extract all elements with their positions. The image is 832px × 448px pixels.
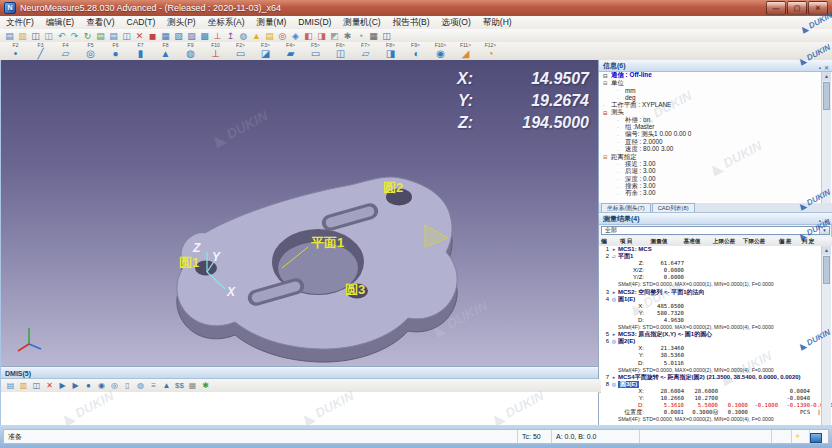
- result-row[interactable]: 3 ▸ MCS2: 空间整列 <- 平面1的法向: [599, 289, 832, 296]
- result-filter-select[interactable]: 全部 ▼: [601, 226, 830, 235]
- result-row[interactable]: Y: 10.2660 10.2700 -0.0040: [599, 395, 832, 402]
- cad-view2-icon[interactable]: ▧: [172, 30, 185, 42]
- dmis-record-icon[interactable]: ●: [82, 380, 95, 392]
- measure-plane-icon[interactable]: F4 ▱: [53, 42, 78, 60]
- cad-view1-icon[interactable]: ▦: [159, 30, 172, 42]
- dmis-run-icon[interactable]: ▶: [56, 380, 69, 392]
- measure-square-icon[interactable]: F6> ◫: [328, 42, 353, 60]
- delete-icon[interactable]: ✕: [133, 30, 146, 42]
- grid-icon[interactable]: ▦: [367, 30, 380, 42]
- dmis-editor[interactable]: ◣ DUKIN ◣ DUKIN ◣ DUKIN: [1, 392, 598, 426]
- tree-expander-icon[interactable]: ·: [617, 87, 625, 93]
- layer-icon[interactable]: ◩: [328, 30, 341, 42]
- refresh-icon[interactable]: ↻: [81, 30, 94, 42]
- dmis-tools-icon[interactable]: ✱: [199, 380, 212, 392]
- info-tree-node[interactable]: ⊟ 单位: [599, 79, 832, 86]
- redo-icon[interactable]: ↷: [68, 30, 81, 42]
- dmis-grid-icon[interactable]: ▦: [186, 380, 199, 392]
- result-row[interactable]: SMaf(4F): STD=0.0000, MAX=0.0000(2), MIN…: [599, 416, 832, 423]
- dmis-page-icon[interactable]: ▯: [121, 380, 134, 392]
- measure-line-icon[interactable]: F3 ╱: [28, 42, 53, 60]
- measure-key-icon[interactable]: F3> ◪: [253, 42, 278, 60]
- result-row[interactable]: Y/Z: 0.0000: [599, 274, 832, 281]
- measure-point-icon[interactable]: F2 •: [3, 42, 28, 60]
- measure-notch-icon[interactable]: F7> ▱: [353, 42, 378, 60]
- undo-icon[interactable]: ↶: [55, 30, 68, 42]
- result-row[interactable]: 8 ◎ 圆3(E): [599, 381, 832, 388]
- axes-icon[interactable]: ⊥: [211, 30, 224, 42]
- info-panel-tab[interactable]: 坐标系/测头(7): [601, 203, 651, 212]
- tree-expander-icon[interactable]: ·: [617, 132, 625, 138]
- measure-angle-icon[interactable]: F12> ◔: [478, 42, 503, 60]
- pointcloud-icon[interactable]: ◍: [237, 30, 250, 42]
- measure-cone-icon[interactable]: F8 ▲: [153, 42, 178, 60]
- result-row[interactable]: 4 ◎ 圆1(E): [599, 296, 832, 303]
- measure-incline-icon[interactable]: F11> ◢: [453, 42, 478, 60]
- tree-expander-icon[interactable]: ·: [617, 169, 625, 175]
- minimize-button[interactable]: —: [766, 1, 786, 15]
- tree-expander-icon[interactable]: ·: [617, 191, 625, 197]
- dmis-close-icon[interactable]: ✕: [43, 380, 56, 392]
- tree-expander-icon[interactable]: ·: [603, 102, 611, 108]
- cad-view3-icon[interactable]: ▨: [185, 30, 198, 42]
- measure-ring-icon[interactable]: F10> ◉: [428, 42, 453, 60]
- scrollbar-thumb[interactable]: [823, 82, 830, 110]
- dmis-folder-icon[interactable]: ▥: [17, 380, 30, 392]
- info-tree-node[interactable]: ⊟ 通信 : Off-line: [599, 72, 832, 79]
- result-row[interactable]: 位置度: 0.0081 0.3000Ⓜ 0.3000 PCS |+: [599, 409, 832, 416]
- measure-arc-icon[interactable]: F9> ◖: [403, 42, 428, 60]
- info-tree-node[interactable]: · mm: [599, 87, 832, 94]
- info-panel-tab[interactable]: CAD列表(8): [652, 203, 695, 212]
- scrollbar-thumb[interactable]: [823, 256, 830, 284]
- measure-axis-icon[interactable]: F10 ⊥: [203, 42, 228, 60]
- menu-item[interactable]: 编辑(E): [40, 16, 80, 29]
- menu-item[interactable]: 测量(M): [251, 16, 293, 29]
- copy-icon[interactable]: ◫: [120, 30, 133, 42]
- tree-expander-icon[interactable]: ·: [617, 176, 625, 182]
- result-row[interactable]: 7 ▸ MCS4平面旋转 <- 距离指定(圆2) (21.3500, 38.54…: [599, 374, 832, 381]
- menu-item[interactable]: 测头(P): [161, 16, 201, 29]
- probe-icon[interactable]: ↥: [224, 30, 237, 42]
- machine-connection-icon[interactable]: [810, 430, 828, 443]
- menu-item[interactable]: 查看(V): [80, 16, 120, 29]
- measure-sphere-icon[interactable]: F6 ●: [103, 42, 128, 60]
- timer-icon[interactable]: ◔: [354, 30, 367, 42]
- tree-expander-icon[interactable]: ·: [617, 124, 625, 130]
- tree-expander-icon[interactable]: ⊟: [603, 110, 611, 116]
- stop-icon[interactable]: ◼: [146, 30, 159, 42]
- result-row[interactable]: X: 28.6004 28.6000 0.0004: [599, 388, 832, 395]
- result-row[interactable]: 2 ▱ 平面1: [599, 253, 832, 260]
- result-row[interactable]: X/Z: 0.0000: [599, 267, 832, 274]
- tree-expander-icon[interactable]: ·: [617, 161, 625, 167]
- new-file-icon[interactable]: ▤: [3, 30, 16, 42]
- language-flag-icon[interactable]: ★: [792, 430, 810, 443]
- tree-expander-icon[interactable]: ·: [617, 117, 625, 123]
- measure-roundslot-icon[interactable]: F5> ▭: [303, 42, 328, 60]
- result-row[interactable]: 1 ▸ MCS1: MCS: [599, 246, 832, 253]
- tree-expander-icon[interactable]: ⊟: [603, 154, 611, 160]
- label-icon[interactable]: ◨: [315, 30, 328, 42]
- save-all-icon[interactable]: ◫: [42, 30, 55, 42]
- page-icon[interactable]: ▤: [94, 30, 107, 42]
- measure-circle-icon[interactable]: F5 ◎: [78, 42, 103, 60]
- scroll-up-icon[interactable]: ▲: [822, 72, 831, 81]
- disk-icon[interactable]: ◫: [380, 30, 393, 42]
- info-tree-node[interactable]: · 有余 : 3.00: [599, 190, 832, 197]
- warning-icon[interactable]: ▲: [250, 30, 263, 42]
- measure-cylinder-icon[interactable]: F7 ▮: [128, 42, 153, 60]
- result-row[interactable]: Z: 61.6477: [599, 260, 832, 267]
- measure-slot-icon[interactable]: F2> ▭: [228, 42, 253, 60]
- result-row[interactable]: X: 485.0500: [599, 303, 832, 310]
- result-row[interactable]: D: 5.0116: [599, 360, 832, 367]
- target-icon[interactable]: ◎: [276, 30, 289, 42]
- close-button[interactable]: ✕: [808, 1, 828, 15]
- save-icon[interactable]: ◫: [29, 30, 42, 42]
- dmis-open-icon[interactable]: ▤: [4, 380, 17, 392]
- result-row[interactable]: Y: 38.5360: [599, 352, 832, 359]
- result-row[interactable]: D: 4.9630: [599, 317, 832, 324]
- viewport-3d[interactable]: 圆1 圆2 圆3 平面1 Z Y X X: 14.9507 Y:: [1, 60, 598, 366]
- result-row[interactable]: 6 ◎ 圆2(E): [599, 338, 832, 345]
- settings-icon[interactable]: ✱: [341, 30, 354, 42]
- results-scrollbar[interactable]: ▲: [821, 246, 831, 425]
- result-row[interactable]: SMaf(4F): STD=0.0000, MAX=0.0000(1), MIN…: [599, 281, 832, 288]
